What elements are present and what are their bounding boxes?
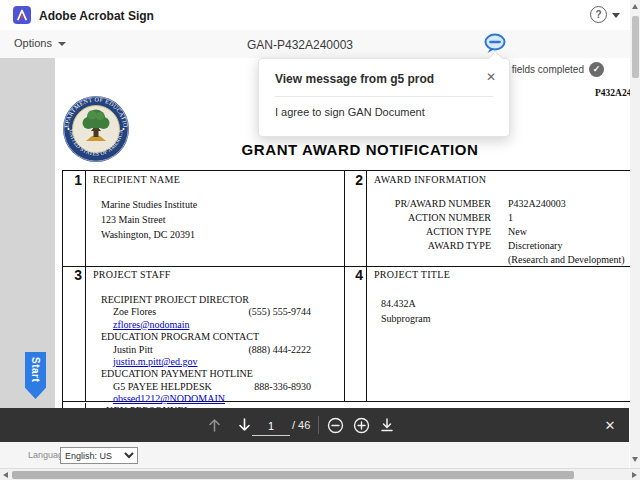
vertical-scrollbar-thumb[interactable] xyxy=(632,16,639,78)
contact-name: Justin Pitt xyxy=(113,344,153,356)
page-reference-number: P432A240003 xyxy=(595,88,630,98)
field-label xyxy=(369,253,491,267)
contact-name: Zoe Flores xyxy=(113,306,156,318)
previous-page-button[interactable] xyxy=(206,408,222,442)
recipient-line: Washington, DC 20391 xyxy=(101,227,197,242)
field-label: ACTION TYPE xyxy=(369,225,491,239)
contact-phone: (555) 555-9744 xyxy=(249,306,312,318)
check-icon: ✓ xyxy=(589,62,604,77)
language-bar: Language English: US xyxy=(0,442,629,468)
popup-divider xyxy=(275,96,493,97)
gan-table: 1 RECIPIENT NAME Marine Studies Institut… xyxy=(62,170,630,408)
download-button[interactable] xyxy=(378,408,396,442)
chevron-down-icon[interactable] xyxy=(612,13,620,18)
document-heading: GRANT AWARD NOTIFICATION xyxy=(150,141,570,158)
zoom-out-button[interactable] xyxy=(326,408,344,442)
zoom-in-button[interactable] xyxy=(352,408,370,442)
help-icon[interactable]: ? xyxy=(590,6,607,23)
section-number: 2 xyxy=(344,171,367,266)
arrow-down-icon xyxy=(237,417,252,433)
contact-role: EDUCATION PROGRAM CONTACT xyxy=(101,331,311,343)
scroll-up-arrow-icon[interactable] xyxy=(632,4,638,9)
start-tab-label: Start xyxy=(30,357,41,382)
zoom-out-icon xyxy=(327,417,344,434)
popup-title: View message from g5 prod xyxy=(275,72,434,86)
help-menu-button[interactable]: ? xyxy=(590,6,620,24)
scroll-down-arrow-icon[interactable] xyxy=(632,457,638,462)
contact-email-link[interactable]: justin.m.pitt@ed.gov xyxy=(113,356,198,368)
language-select[interactable]: English: US xyxy=(60,447,138,464)
field-value: Discretionary xyxy=(508,239,562,253)
viewer-toolbar: / 46 ✕ xyxy=(0,408,629,442)
contact-phone: (888) 444-2222 xyxy=(249,344,312,356)
project-title-line: Subprogram xyxy=(381,311,430,326)
field-value: New xyxy=(508,225,527,239)
contact-role: RECIPIENT PROJECT DIRECTOR xyxy=(101,294,311,306)
message-popup: View message from g5 prod ✕ I agree to s… xyxy=(258,58,510,137)
horizontal-scrollbar-thumb[interactable] xyxy=(12,471,574,479)
page-count-label: / 46 xyxy=(292,408,310,442)
contact-email-link[interactable]: zflores@nodomain xyxy=(113,319,189,331)
section-project-title: 4 PROJECT TITLE 84.432A Subprogram xyxy=(344,266,630,402)
arrow-up-icon xyxy=(207,417,222,433)
recipient-line: Marine Studies Institute xyxy=(101,197,197,212)
field-label: AWARD TYPE xyxy=(369,239,491,253)
section-heading: AWARD INFORMATION xyxy=(374,174,486,185)
close-viewer-button[interactable]: ✕ xyxy=(600,408,620,442)
zoom-in-icon xyxy=(353,417,370,434)
field-value: P432A240003 xyxy=(508,197,566,211)
document-title: GAN-P432A240003 xyxy=(0,38,600,52)
page-number-input[interactable] xyxy=(252,416,290,436)
download-icon xyxy=(379,417,395,433)
section-recipient-name: 1 RECIPIENT NAME Marine Studies Institut… xyxy=(63,171,345,267)
section-number: 4 xyxy=(344,266,367,401)
popup-message: I agree to sign GAN Document xyxy=(275,106,425,118)
acrobat-sign-window: Adobe Acrobat Sign ? Options GAN-P432A24… xyxy=(0,0,640,480)
vertical-scrollbar xyxy=(630,0,640,468)
section-project-staff: 3 PROJECT STAFF RECIPIENT PROJECT DIRECT… xyxy=(63,266,345,402)
contact-name: G5 PAYEE HELPDESK xyxy=(113,381,212,393)
horizontal-scrollbar xyxy=(0,468,640,480)
field-value: (Research and Development) xyxy=(508,253,625,267)
app-header: Adobe Acrobat Sign ? xyxy=(0,0,640,31)
recipient-line: 123 Main Street xyxy=(101,212,197,227)
app-title: Adobe Acrobat Sign xyxy=(39,9,154,23)
field-label: ACTION NUMBER xyxy=(369,211,491,225)
section-heading: PROJECT STAFF xyxy=(93,269,171,280)
section-heading: RECIPIENT NAME xyxy=(93,174,180,185)
close-icon[interactable]: ✕ xyxy=(486,70,496,84)
section-number: 3 xyxy=(63,266,86,401)
department-of-education-seal: DEPARTMENT OF EDUCATION UNITED STATES OF… xyxy=(62,95,130,167)
adobe-acrobat-logo-icon xyxy=(13,6,31,24)
section-number: 1 xyxy=(63,171,86,266)
document-toolbar: Options GAN-P432A240003 xyxy=(0,30,640,59)
scroll-left-arrow-icon[interactable] xyxy=(3,472,8,478)
project-title-line: 84.432A xyxy=(381,296,430,311)
section-award-information: 2 AWARD INFORMATION PR/AWARD NUMBERP432A… xyxy=(344,171,630,267)
next-page-button[interactable] xyxy=(236,408,252,442)
field-label: PR/AWARD NUMBER xyxy=(369,197,491,211)
field-value: 1 xyxy=(508,211,513,225)
section-heading: PROJECT TITLE xyxy=(374,269,450,280)
toolbar-divider xyxy=(318,416,319,434)
contact-role: EDUCATION PAYMENT HOTLINE xyxy=(101,368,311,380)
scroll-right-arrow-icon[interactable] xyxy=(632,472,637,478)
contact-phone: 888-336-8930 xyxy=(254,381,311,393)
